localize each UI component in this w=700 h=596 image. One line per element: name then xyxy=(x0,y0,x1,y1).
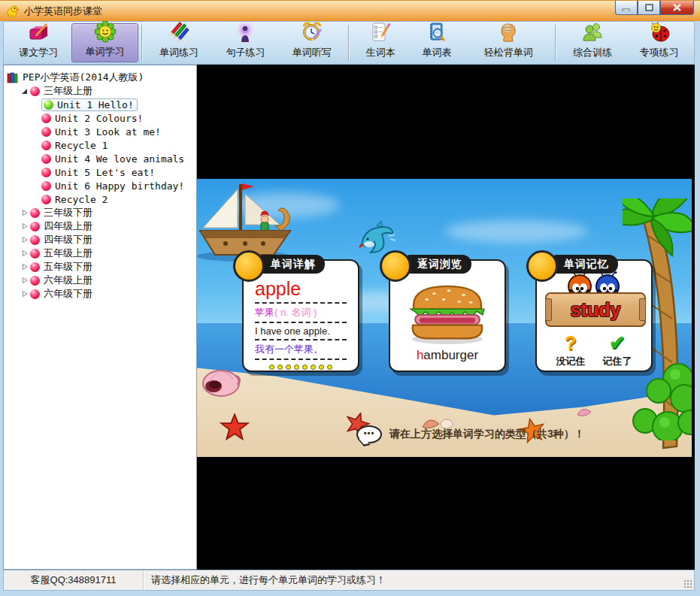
page-dot[interactable] xyxy=(286,365,291,370)
tree-item-label: Unit 4 We love animals xyxy=(55,153,184,165)
page-dot[interactable] xyxy=(294,365,299,370)
page-dot[interactable] xyxy=(311,365,316,370)
question-mark-icon: ? xyxy=(565,333,577,352)
forgot-label: 没记住 xyxy=(556,355,586,368)
tree-item-label: Recycle 2 xyxy=(55,194,108,205)
red-ball-icon xyxy=(41,195,51,204)
app-duck-icon xyxy=(6,5,20,18)
toolbar-button-easy-memorize[interactable]: 轻松背单词 xyxy=(465,23,552,62)
card-word-detail: 单词详解 apple 苹果( n. 名词 ) I have one apple.… xyxy=(242,259,359,372)
twisty-collapsed-icon[interactable] xyxy=(20,263,29,271)
main-area: PEP小学英语(2014人教版) 三年级上册 Unit 1 Hello! Uni… xyxy=(3,65,695,570)
people-icon xyxy=(581,21,604,44)
tree-recycle-2[interactable]: Recycle 2 xyxy=(7,192,195,206)
tree-unit-4[interactable]: Unit 4 We love animals xyxy=(7,152,195,165)
tree-item-label: Unit 1 Hello! xyxy=(57,99,134,110)
toolbar-button-new-words[interactable]: 生词本 xyxy=(353,23,409,62)
toolbar-button-comprehensive-training[interactable]: 综合训练 xyxy=(559,23,626,62)
twisty-collapsed-icon[interactable] xyxy=(20,277,29,284)
orange-badge-icon xyxy=(380,250,411,282)
red-ball-icon xyxy=(41,154,51,164)
tree-unit-5[interactable]: Unit 5 Let's eat! xyxy=(7,165,195,179)
twisty-collapsed-icon[interactable] xyxy=(20,236,29,244)
page-dot[interactable] xyxy=(319,365,324,370)
ladybug-icon xyxy=(648,21,671,44)
twisty-collapsed-icon[interactable] xyxy=(20,290,29,298)
red-ball-icon xyxy=(41,168,51,177)
book-pencil-icon xyxy=(27,21,50,44)
close-button[interactable] xyxy=(660,1,694,15)
meaning-cn: 苹果 xyxy=(255,307,274,318)
tree-book-grade5b[interactable]: 五年级下册 xyxy=(7,260,195,274)
window-title: 小学英语同步课堂 xyxy=(24,5,102,18)
tree-book-grade4b[interactable]: 四年级下册 xyxy=(7,233,195,247)
toolbar-separator xyxy=(555,25,556,61)
page-dot[interactable] xyxy=(302,365,308,370)
resize-grip[interactable] xyxy=(683,579,692,588)
forgot-button[interactable]: ? 没记住 xyxy=(556,333,586,368)
flower-smiley-icon xyxy=(94,20,117,43)
page-dot[interactable] xyxy=(269,365,274,370)
green-ball-icon xyxy=(44,100,53,110)
remembered-label: 记住了 xyxy=(603,355,632,368)
maximize-button[interactable] xyxy=(638,1,660,15)
red-ball-icon xyxy=(30,276,40,286)
tree-root[interactable]: PEP小学英语(2014人教版) xyxy=(7,71,195,84)
example-sentence-en: I have one apple. xyxy=(255,325,358,337)
toolbar-button-word-study[interactable]: 单词学习 xyxy=(71,23,138,62)
toolbar-button-sentence-practice[interactable]: 句子练习 xyxy=(212,23,278,62)
color-pencils-icon xyxy=(168,21,190,44)
word-initial: h xyxy=(417,348,423,362)
red-ball-icon xyxy=(41,181,51,191)
toolbar-button-word-practice[interactable]: 单词练习 xyxy=(146,23,212,62)
page-dot[interactable] xyxy=(277,365,283,370)
speech-bubble-icon: ••• xyxy=(356,425,382,443)
tiny-shell xyxy=(576,404,594,416)
tree-book-grade6a[interactable]: 六年级上册 xyxy=(7,274,195,287)
dashed-divider xyxy=(255,359,347,360)
dashed-divider xyxy=(255,339,347,340)
hamburger-image xyxy=(403,282,492,345)
remembered-button[interactable]: ✔ 记住了 xyxy=(603,333,632,368)
word-text: apple xyxy=(255,279,358,300)
minimize-button[interactable] xyxy=(615,1,638,15)
tree-book-grade4a[interactable]: 四年级上册 xyxy=(7,219,195,233)
toolbar-button-text-study[interactable]: 课文学习 xyxy=(5,23,71,62)
red-ball-icon xyxy=(30,208,40,218)
twisty-collapsed-icon[interactable] xyxy=(20,222,29,230)
head-brain-icon xyxy=(497,21,520,44)
tree-unit-2[interactable]: Unit 2 Colours! xyxy=(7,111,195,125)
toolbar-button-special-practice[interactable]: 专项练习 xyxy=(626,23,692,62)
tree-recycle-1[interactable]: Recycle 1 xyxy=(7,138,195,152)
part-of-speech: ( n. 名词 ) xyxy=(274,307,317,318)
tree-book-grade3a[interactable]: 三年级上册 xyxy=(7,84,195,98)
orange-badge-icon xyxy=(526,250,558,282)
tree-item-label: 六年级下册 xyxy=(44,287,92,301)
tree-book-grade5a[interactable]: 五年级上册 xyxy=(7,247,195,260)
twisty-expanded-icon[interactable] xyxy=(20,88,29,95)
twisty-collapsed-icon[interactable] xyxy=(20,209,29,216)
hint-row: ••• 请在上方选择单词学习的类型（共3种）！ xyxy=(356,425,585,443)
toolbar-button-word-dictation[interactable]: 单词听写 xyxy=(279,23,345,62)
toolbar-label: 单词表 xyxy=(422,46,451,59)
tree-unit-6[interactable]: Unit 6 Happy birthday! xyxy=(7,179,195,192)
tree-book-grade3b[interactable]: 三年级下册 xyxy=(7,206,195,219)
word-rest: amburger xyxy=(423,348,478,362)
tree-book-grade6b[interactable]: 六年级下册 xyxy=(7,287,195,301)
twisty-collapsed-icon[interactable] xyxy=(20,250,29,257)
tree-item-label: Unit 5 Let's eat! xyxy=(55,167,155,178)
hint-text: 请在上方选择单词学习的类型（共3种）！ xyxy=(389,428,585,441)
tree-item-label: 四年级下册 xyxy=(44,233,92,247)
red-ball-icon xyxy=(30,235,40,245)
card-title: 单词记忆 xyxy=(553,255,618,274)
status-qq: 客服QQ:348891711 xyxy=(4,570,144,590)
tree-unit-3[interactable]: Unit 3 Look at me! xyxy=(7,125,195,138)
titlebar[interactable]: 小学英语同步课堂 xyxy=(0,0,700,21)
toolbar-button-word-list[interactable]: 单词表 xyxy=(409,23,465,62)
red-ball-icon xyxy=(41,113,51,123)
wordlist-magnifier-icon xyxy=(426,21,448,44)
tree-unit-1[interactable]: Unit 1 Hello! xyxy=(7,98,195,111)
page-dot[interactable] xyxy=(327,365,332,370)
books-icon xyxy=(7,71,19,83)
pagination-dots[interactable] xyxy=(244,365,358,370)
